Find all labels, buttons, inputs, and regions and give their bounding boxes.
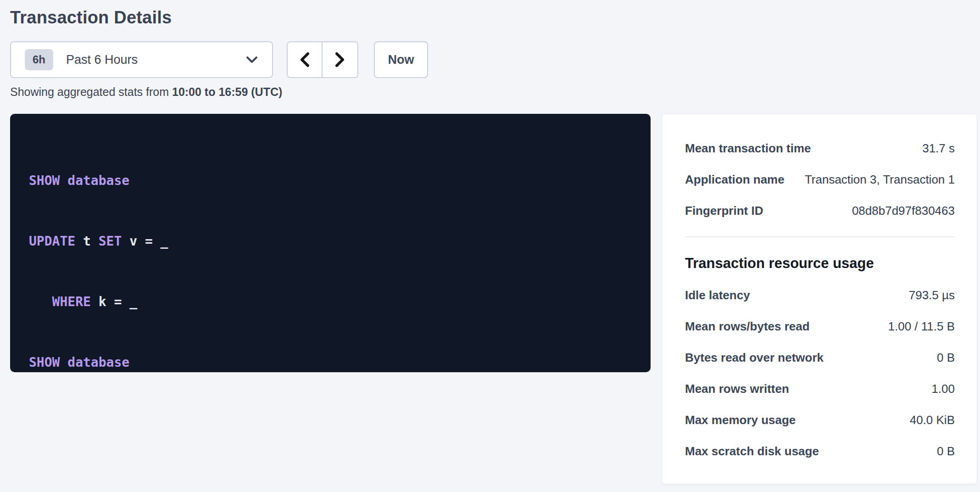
next-timeframe-button[interactable] — [323, 42, 357, 77]
stat-value: 40.0 KiB — [910, 413, 955, 427]
stat-label: Mean rows/bytes read — [685, 319, 810, 334]
stat-label: Idle latency — [685, 288, 750, 302]
stat-label: Max scratch disk usage — [685, 444, 819, 458]
sql-token: v = _ — [122, 234, 168, 249]
stat-label: Mean rows written — [685, 382, 789, 396]
sql-token: SET — [99, 234, 122, 249]
stat-value: 1.00 / 11.5 B — [888, 319, 955, 334]
now-button[interactable]: Now — [374, 41, 428, 78]
page-title: Transaction Details — [10, 6, 977, 28]
time-range-label: Past 6 Hours — [66, 53, 138, 67]
sql-line: SHOW database — [29, 171, 632, 191]
stat-label: Mean transaction time — [685, 141, 811, 156]
chevron-down-icon — [245, 56, 258, 64]
sql-line: UPDATE t SET v = _ — [29, 231, 632, 252]
transaction-details-page: Transaction Details 6h Past 6 Hours — [0, 0, 980, 484]
stat-label: Max memory usage — [685, 413, 796, 427]
time-controls: 6h Past 6 Hours — [10, 41, 977, 78]
sql-token: SHOW database — [29, 173, 129, 188]
previous-timeframe-button[interactable] — [288, 42, 323, 77]
sql-token: UPDATE — [29, 234, 75, 249]
stat-row-idle-latency: Idle latency 793.5 µs — [685, 280, 955, 311]
stat-row-max-scratch-disk-usage: Max scratch disk usage 0 B — [685, 436, 955, 467]
aggregation-range-prefix: Showing aggregated stats from — [10, 85, 172, 98]
sql-statement-box: SHOW database UPDATE t SET v = _ WHERE k… — [10, 114, 651, 372]
aggregation-range-value: 10:00 to 16:59 (UTC) — [172, 85, 282, 98]
sql-token: WHERE — [52, 294, 91, 309]
stat-label: Fingerprint ID — [685, 204, 763, 218]
aggregation-range-text: Showing aggregated stats from 10:00 to 1… — [10, 84, 977, 99]
stat-row-mean-rows-bytes-read: Mean rows/bytes read 1.00 / 11.5 B — [685, 311, 955, 342]
stat-value: 1.00 — [931, 382, 955, 396]
stat-row-mean-transaction-time: Mean transaction time 31.7 s — [685, 133, 955, 164]
time-pager — [287, 41, 358, 78]
sql-line: WHERE k = _ — [29, 292, 632, 312]
panel-divider — [685, 236, 955, 237]
chevron-right-icon — [334, 52, 345, 67]
stat-value: Transaction 3, Transaction 1 — [805, 173, 955, 187]
stat-value: 31.7 s — [922, 141, 955, 156]
time-range-badge: 6h — [25, 49, 53, 70]
stat-value: 08d8b7d97f830463 — [852, 204, 955, 218]
stat-row-mean-rows-written: Mean rows written 1.00 — [685, 373, 955, 404]
sql-line: SHOW database — [29, 352, 632, 373]
sql-token: t — [75, 234, 99, 249]
stat-row-bytes-read-over-network: Bytes read over network 0 B — [685, 342, 955, 373]
stat-value: 793.5 µs — [909, 288, 955, 302]
stat-row-application-name: Application name Transaction 3, Transact… — [685, 164, 955, 195]
stat-row-max-memory-usage: Max memory usage 40.0 KiB — [685, 404, 955, 436]
transaction-summary-panel: Mean transaction time 31.7 s Application… — [662, 114, 977, 484]
sql-token: SHOW database — [29, 355, 129, 370]
stat-value: 0 B — [937, 444, 955, 458]
sql-token — [29, 294, 52, 309]
main-content: SHOW database UPDATE t SET v = _ WHERE k… — [10, 114, 977, 484]
resource-usage-heading: Transaction resource usage — [685, 254, 955, 273]
stat-row-fingerprint-id: Fingerprint ID 08d8b7d97f830463 — [685, 195, 955, 226]
sql-token: k = _ — [91, 294, 137, 309]
chevron-left-icon — [299, 52, 310, 67]
time-range-dropdown[interactable]: 6h Past 6 Hours — [10, 41, 273, 78]
stat-value: 0 B — [937, 351, 955, 365]
stat-label: Bytes read over network — [685, 351, 824, 365]
stat-label: Application name — [685, 173, 785, 187]
